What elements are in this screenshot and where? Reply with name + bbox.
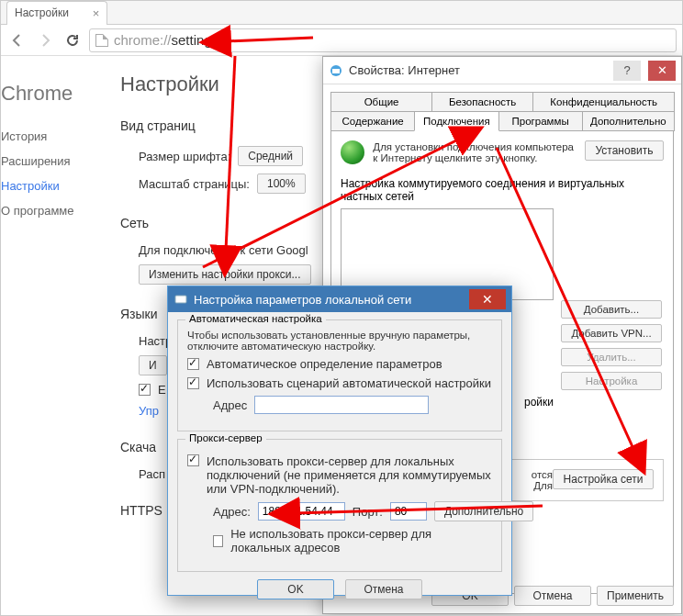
install-connection-button[interactable]: Установить: [585, 140, 664, 161]
auto-config-group: Автоматическая настройка Чтобы использов…: [177, 319, 502, 431]
close-button[interactable]: ✕: [648, 61, 676, 81]
browser-tab-strip: Настройки ×: [1, 1, 682, 25]
delete-connection-button: Удалить...: [561, 348, 662, 366]
use-script-checkbox[interactable]: [187, 377, 199, 389]
radio-tail: ройки: [524, 396, 554, 409]
brand: Chrome: [1, 82, 120, 106]
reload-button[interactable]: [62, 29, 84, 51]
forward-button[interactable]: [34, 29, 56, 51]
close-tab-icon[interactable]: ×: [93, 6, 100, 20]
bypass-local-label: Не использовать прокси-сервер для локаль…: [230, 527, 492, 554]
page-icon: [95, 34, 108, 47]
inet-cancel-button[interactable]: Отмена: [514, 586, 591, 606]
lang-row2-checkbox[interactable]: [139, 384, 151, 396]
change-proxy-button[interactable]: Изменить настройки прокси...: [139, 264, 311, 285]
lan-title-text: Настройка параметров локальной сети: [194, 293, 411, 307]
sidebar-item-settings[interactable]: Настройки: [1, 174, 120, 198]
address-bar[interactable]: chrome://settings: [89, 28, 677, 52]
lan-icon: [174, 292, 188, 307]
tab-connections[interactable]: Подключения: [414, 111, 498, 131]
use-proxy-label: Использовать прокси-сервер для локальных…: [207, 454, 492, 496]
proxy-port-label: Порт:: [353, 505, 383, 519]
sidebar-item-about[interactable]: О программе: [1, 198, 120, 223]
side-nav: Chrome История Расширения Настройки О пр…: [1, 56, 120, 615]
lan-ok-button[interactable]: OK: [257, 579, 334, 599]
add-vpn-button[interactable]: Добавить VPN...: [561, 324, 662, 342]
proxy-addr-label: Адрес:: [213, 505, 251, 519]
proxy-group: Прокси-сервер Использовать прокси-сервер…: [177, 439, 502, 572]
tab-general[interactable]: Общие: [330, 92, 432, 111]
inet-titlebar[interactable]: Свойства: Интернет ? ✕: [323, 57, 681, 84]
tab-programs[interactable]: Программы: [498, 111, 583, 131]
downloads-row: Расп: [139, 467, 165, 481]
lang-row2-label: E: [158, 383, 166, 397]
svg-rect-1: [332, 69, 340, 73]
auto-detect-label: Автоматическое определение параметров: [207, 357, 442, 371]
add-connection-button[interactable]: Добавить...: [561, 300, 662, 319]
network-desc: Для подключения к сети Googl: [139, 243, 308, 257]
lan-cancel-button[interactable]: Отмена: [345, 579, 422, 599]
lan-settings-button[interactable]: Настройка сети: [553, 469, 654, 489]
tab-title: Настройки: [15, 6, 69, 19]
lan-settings-dialog: Настройка параметров локальной сети ✕ Ав…: [167, 286, 512, 596]
tab-privacy[interactable]: Конфиденциальность: [532, 92, 675, 111]
auto-detect-checkbox[interactable]: [187, 358, 199, 370]
inet-icon: [329, 63, 343, 78]
use-proxy-checkbox[interactable]: [187, 454, 199, 466]
lang-row1-button[interactable]: И: [139, 355, 167, 375]
lan-close-button[interactable]: ✕: [469, 289, 506, 309]
globe-icon: [341, 140, 364, 164]
proxy-advanced-button[interactable]: Дополнительно: [434, 501, 533, 521]
zoom-label: Масштаб страницы:: [139, 177, 250, 191]
lang-manage-link[interactable]: Упр: [139, 404, 159, 418]
zoom-select[interactable]: 100%: [257, 174, 306, 194]
tab-advanced[interactable]: Дополнительно: [582, 111, 675, 131]
dialup-label: Настройка коммутируемого соединения и ви…: [341, 177, 664, 203]
tab-content[interactable]: Содержание: [330, 111, 415, 131]
auto-config-hint: Чтобы использовать установленные вручную…: [187, 330, 492, 352]
lan-titlebar[interactable]: Настройка параметров локальной сети ✕: [168, 286, 511, 312]
auto-config-title: Автоматическая настройка: [185, 313, 326, 324]
script-addr-label: Адрес: [213, 398, 247, 412]
font-size-label: Размер шрифта:: [139, 150, 230, 163]
connection-settings-button: Настройка: [561, 372, 662, 390]
help-button[interactable]: ?: [613, 61, 641, 81]
proxy-address-input[interactable]: [258, 502, 345, 521]
tab-security[interactable]: Безопасность: [431, 92, 533, 111]
inet-apply-button[interactable]: Применить: [597, 586, 674, 606]
browser-tab[interactable]: Настройки ×: [6, 1, 107, 25]
script-address-input[interactable]: [254, 396, 429, 414]
proxy-port-input[interactable]: [390, 502, 427, 521]
proxy-group-title: Прокси-сервер: [185, 432, 266, 443]
back-button[interactable]: [6, 29, 28, 51]
svg-rect-2: [175, 296, 186, 303]
inet-title-text: Свойства: Интернет: [349, 63, 460, 77]
use-script-label: Использовать сценарий автоматической нас…: [207, 376, 491, 390]
bypass-local-checkbox[interactable]: [213, 535, 223, 547]
url-text: chrome://settings: [114, 32, 218, 48]
sidebar-item-extensions[interactable]: Расширения: [1, 149, 120, 174]
browser-toolbar: chrome://settings: [1, 25, 682, 56]
conn-hint: Для установки подключения компьютера к И…: [373, 141, 575, 163]
font-size-select[interactable]: Средний: [238, 146, 303, 166]
sidebar-item-history[interactable]: История: [1, 124, 120, 149]
